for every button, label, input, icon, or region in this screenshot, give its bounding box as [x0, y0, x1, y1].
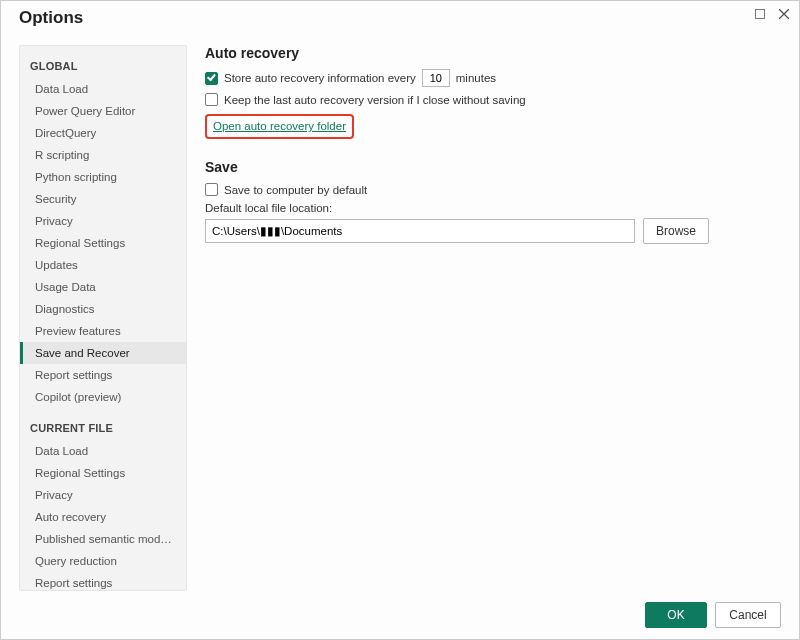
highlight-box: Open auto recovery folder — [205, 114, 354, 139]
sidebar-item-regional-settings[interactable]: Regional Settings — [20, 232, 186, 254]
default-location-label: Default local file location: — [205, 202, 775, 214]
sidebar-section-current-file: CURRENT FILE — [20, 418, 186, 440]
sidebar: GLOBAL Data Load Power Query Editor Dire… — [19, 45, 187, 591]
ok-button[interactable]: OK — [645, 602, 707, 628]
store-auto-recovery-label-pre: Store auto recovery information every — [224, 72, 416, 84]
sidebar-item-usage-data[interactable]: Usage Data — [20, 276, 186, 298]
sidebar-item-save-and-recover[interactable]: Save and Recover — [20, 342, 186, 364]
open-auto-recovery-folder-link[interactable]: Open auto recovery folder — [213, 120, 346, 132]
default-location-input[interactable] — [205, 219, 635, 243]
dialog-title: Options — [19, 8, 83, 28]
sidebar-item-preview-features[interactable]: Preview features — [20, 320, 186, 342]
sidebar-item-cf-query-reduction[interactable]: Query reduction — [20, 550, 186, 572]
sidebar-item-python-scripting[interactable]: Python scripting — [20, 166, 186, 188]
sidebar-item-cf-auto-recovery[interactable]: Auto recovery — [20, 506, 186, 528]
window-controls — [751, 5, 793, 23]
sidebar-item-directquery[interactable]: DirectQuery — [20, 122, 186, 144]
dialog-body: GLOBAL Data Load Power Query Editor Dire… — [1, 35, 799, 591]
sidebar-item-security[interactable]: Security — [20, 188, 186, 210]
auto-recovery-minutes-input[interactable] — [422, 69, 450, 87]
store-auto-recovery-checkbox[interactable] — [205, 72, 218, 85]
titlebar: Options — [1, 1, 799, 35]
sidebar-item-data-load[interactable]: Data Load — [20, 78, 186, 100]
store-auto-recovery-row: Store auto recovery information every mi… — [205, 69, 775, 87]
sidebar-item-cf-data-load[interactable]: Data Load — [20, 440, 186, 462]
sidebar-item-cf-report-settings[interactable]: Report settings — [20, 572, 186, 591]
svg-rect-0 — [756, 10, 765, 19]
sidebar-item-updates[interactable]: Updates — [20, 254, 186, 276]
sidebar-item-diagnostics[interactable]: Diagnostics — [20, 298, 186, 320]
sidebar-item-report-settings[interactable]: Report settings — [20, 364, 186, 386]
save-default-row: Save to computer by default — [205, 183, 775, 196]
content-pane: Auto recovery Store auto recovery inform… — [187, 45, 781, 591]
sidebar-item-privacy[interactable]: Privacy — [20, 210, 186, 232]
sidebar-item-r-scripting[interactable]: R scripting — [20, 144, 186, 166]
auto-recovery-heading: Auto recovery — [205, 45, 775, 61]
close-icon[interactable] — [775, 5, 793, 23]
sidebar-item-power-query-editor[interactable]: Power Query Editor — [20, 100, 186, 122]
save-heading: Save — [205, 159, 775, 175]
save-to-computer-label: Save to computer by default — [224, 184, 367, 196]
keep-last-checkbox[interactable] — [205, 93, 218, 106]
sidebar-item-cf-privacy[interactable]: Privacy — [20, 484, 186, 506]
sidebar-item-cf-published-semantic-model-settings[interactable]: Published semantic model settings — [20, 528, 186, 550]
browse-button[interactable]: Browse — [643, 218, 709, 244]
sidebar-item-cf-regional-settings[interactable]: Regional Settings — [20, 462, 186, 484]
keep-last-row: Keep the last auto recovery version if I… — [205, 93, 775, 106]
store-auto-recovery-label-post: minutes — [456, 72, 496, 84]
save-to-computer-checkbox[interactable] — [205, 183, 218, 196]
sidebar-section-global: GLOBAL — [20, 56, 186, 78]
sidebar-item-copilot-preview[interactable]: Copilot (preview) — [20, 386, 186, 408]
save-section: Save Save to computer by default Default… — [205, 159, 775, 244]
dialog-footer: OK Cancel — [1, 591, 799, 639]
options-dialog: Options GLOBAL Data Load Power Query Edi… — [0, 0, 800, 640]
default-location-row: Browse — [205, 218, 775, 244]
cancel-button[interactable]: Cancel — [715, 602, 781, 628]
keep-last-label: Keep the last auto recovery version if I… — [224, 94, 526, 106]
maximize-icon[interactable] — [751, 5, 769, 23]
